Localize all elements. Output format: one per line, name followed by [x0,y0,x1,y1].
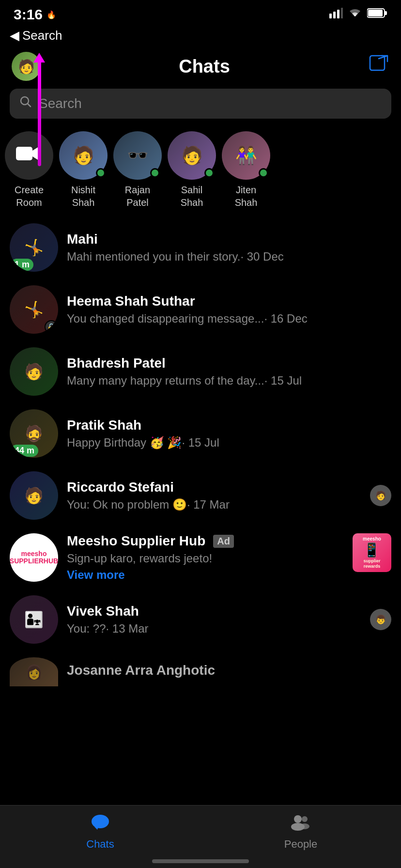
chat-avatar-bhadresh: 🧑 [10,347,58,396]
chat-info-mahi: Mahi Mahi mentioned you in their story.·… [67,232,391,264]
chat-preview: You: Ok no problem 🙂· 17 Mar [67,498,361,512]
story-name-jiten: JitenShah [235,184,258,209]
chat-info-bhadresh: Bhadresh Patel Many many happy returns o… [67,356,391,388]
search-icon [19,95,33,112]
story-item-nishit[interactable]: 🧑 NishitShah [59,131,108,209]
list-item[interactable]: meeshoSUPPLIERHUB Meesho Supplier Hub Ad… [0,527,401,589]
compose-icon[interactable] [368,54,389,79]
chat-avatar-heema: 🤸 🔒 [10,285,58,334]
list-item[interactable]: 👩 Josanne Arra Anghotic [0,651,401,693]
chat-avatar-riccardo: 🧑 [10,471,58,520]
chat-info-pratik: Pratik Shah Happy Birthday 🥳 🎉· 15 Jul [67,418,391,450]
view-more-link[interactable]: View more [67,568,344,582]
story-row: CreateRoom 🧑 NishitShah 🕶️ RajanPatel 🧑 … [0,126,401,217]
tab-people[interactable]: People [269,813,332,851]
chat-preview: Happy Birthday 🥳 🎉· 15 Jul [67,436,391,450]
chats-tab-label: Chats [86,838,114,851]
page-title: Chats [179,56,230,77]
create-room-avatar [5,131,53,180]
online-indicator [204,168,214,178]
flame-icon: 🔥 [46,10,56,19]
status-bar: 3:16 🔥 [0,0,401,26]
chat-info-meesho: Meesho Supplier Hub Ad Sign-up karo, rew… [67,533,344,582]
list-item[interactable]: 🧑 Bhadresh Patel Many many happy returns… [0,341,401,403]
svg-rect-6 [368,10,383,16]
chat-name: Meesho Supplier Hub Ad [67,533,344,549]
story-item-sahil[interactable]: 🧑 SahilShah [168,131,216,209]
chats-tab-icon [91,813,110,835]
chat-right-vivek: 👦 [370,609,391,630]
search-bar[interactable]: Search [10,89,391,119]
chat-name: Riccardo Stefani [67,480,361,495]
svg-rect-0 [329,14,332,18]
list-item[interactable]: 🤸 🔒 Heema Shah Suthar You changed disapp… [0,279,401,341]
story-name-create-room: CreateRoom [15,184,44,209]
back-label: Search [22,28,62,43]
online-indicator [259,168,268,178]
chat-preview: Mahi mentioned you in their story.· 30 D… [67,250,391,264]
svg-rect-1 [333,12,336,18]
chat-avatar-vivek: 👨‍👧 [10,595,58,644]
chat-name: Pratik Shah [67,418,391,433]
tab-chats[interactable]: Chats [69,813,132,851]
search-placeholder: Search [39,96,82,111]
signal-icon [329,8,343,21]
chat-info-heema: Heema Shah Suthar You changed disappeari… [67,294,391,326]
svg-rect-9 [16,147,32,160]
status-time: 3:16 [14,6,43,23]
ad-image: meesho 📱 supplierrewards [353,533,391,572]
list-item[interactable]: 🧔 44 m Pratik Shah Happy Birthday 🥳 🎉· 1… [0,403,401,465]
back-arrow-icon: ◀ [10,28,19,43]
chat-avatar-mahi: 🤸 1 m [10,223,58,272]
chat-right-riccardo: 🧑 [370,485,391,506]
battery-icon [367,8,387,21]
small-avatar: 🧑 [370,485,391,506]
story-item-jiten[interactable]: 👫 JitenShah [222,131,270,209]
chat-info-josanne: Josanne Arra Anghotic [67,663,391,681]
story-item-rajan[interactable]: 🕶️ RajanPatel [113,131,162,209]
svg-rect-3 [341,8,343,18]
chat-preview: Many many happy returns of the day...· 1… [67,374,391,388]
unread-badge: 44 m [11,445,38,457]
svg-point-10 [92,815,109,828]
people-tab-label: People [284,838,318,851]
story-name-sahil: SahilShah [181,184,203,209]
chat-info-vivek: Vivek Shah You: ??· 13 Mar [67,604,361,636]
svg-point-14 [300,823,309,829]
chat-name: Heema Shah Suthar [67,294,391,309]
svg-rect-5 [385,11,387,15]
chat-list: 🤸 1 m Mahi Mahi mentioned you in their s… [0,217,401,693]
chat-preview: You: ??· 13 Mar [67,622,361,636]
status-icons [329,8,387,21]
svg-point-11 [294,815,302,823]
svg-rect-2 [337,10,339,18]
chat-info-riccardo: Riccardo Stefani You: Ok no problem 🙂· 1… [67,480,361,512]
list-item[interactable]: 🧑 Riccardo Stefani You: Ok no problem 🙂·… [0,465,401,527]
story-name-rajan: RajanPatel [125,184,150,209]
lock-icon: 🔒 [45,320,58,334]
people-tab-icon [290,813,311,835]
online-indicator [96,168,106,178]
ad-badge: Ad [213,535,234,548]
chat-avatar-meesho: meeshoSUPPLIERHUB [10,533,58,582]
header: 🧑 Chats [0,47,401,86]
list-item[interactable]: 👨‍👧 Vivek Shah You: ??· 13 Mar 👦 [0,589,401,651]
wifi-icon [348,8,362,21]
chat-name: Mahi [67,232,391,247]
chat-avatar-pratik: 🧔 44 m [10,409,58,458]
chat-preview: You changed disappearing message...· 16 … [67,312,391,326]
chat-name: Vivek Shah [67,604,361,619]
chat-name: Bhadresh Patel [67,356,391,371]
avatar-image: 🧑 [18,59,35,75]
list-item[interactable]: 🤸 1 m Mahi Mahi mentioned you in their s… [0,217,401,279]
svg-point-12 [302,816,308,822]
story-name-nishit: NishitShah [71,184,95,209]
story-item-create-room[interactable]: CreateRoom [5,131,53,209]
chat-avatar-josanne: 👩 [26,664,43,680]
home-indicator [152,859,249,863]
chat-name: Josanne Arra Anghotic [67,663,391,678]
small-avatar: 👦 [370,609,391,630]
chat-preview: Sign-up karo, rewards jeeto! [67,552,344,565]
back-nav[interactable]: ◀ Search [0,26,401,47]
unread-badge: 1 m [11,259,33,271]
